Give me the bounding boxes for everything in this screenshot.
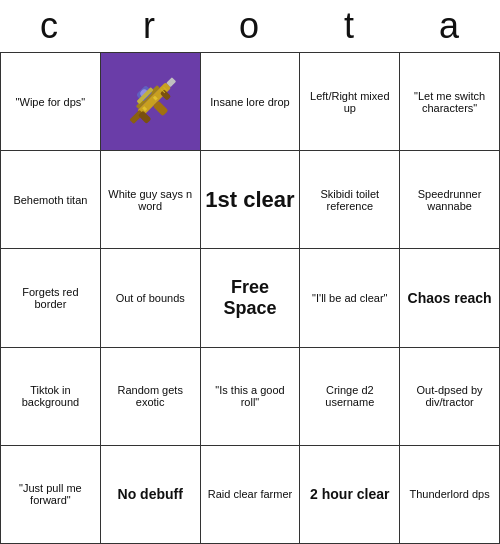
cell-10[interactable]: Forgets red border <box>1 249 101 347</box>
cell-15[interactable]: Tiktok in background <box>1 348 101 446</box>
header-c: c <box>0 5 100 47</box>
cell-8[interactable]: Skibidi toilet reference <box>300 151 400 249</box>
cell-7[interactable]: 1st clear <box>201 151 301 249</box>
weapon-icon <box>105 57 195 147</box>
header-r: r <box>100 5 200 47</box>
cell-3[interactable]: Left/Right mixed up <box>300 53 400 151</box>
cell-24[interactable]: Thunderlord dps <box>400 446 500 544</box>
bingo-card: c r o t a "Wipe for dps" <box>0 0 500 544</box>
bingo-grid: "Wipe for dps" <box>0 52 500 544</box>
header-row: c r o t a <box>0 0 500 52</box>
cell-9[interactable]: Speedrunner wannabe <box>400 151 500 249</box>
header-o: o <box>200 5 300 47</box>
cell-20[interactable]: "Just pull me forward" <box>1 446 101 544</box>
cell-19[interactable]: Out-dpsed by div/tractor <box>400 348 500 446</box>
cell-11[interactable]: Out of bounds <box>101 249 201 347</box>
cell-17[interactable]: "Is this a good roll" <box>201 348 301 446</box>
cell-0[interactable]: "Wipe for dps" <box>1 53 101 151</box>
cell-6[interactable]: White guy says n word <box>101 151 201 249</box>
cell-4[interactable]: "Let me switch characters" <box>400 53 500 151</box>
cell-16[interactable]: Random gets exotic <box>101 348 201 446</box>
cell-22[interactable]: Raid clear farmer <box>201 446 301 544</box>
header-a: a <box>400 5 500 47</box>
cell-14[interactable]: Chaos reach <box>400 249 500 347</box>
header-t: t <box>300 5 400 47</box>
cell-5[interactable]: Behemoth titan <box>1 151 101 249</box>
cell-12[interactable]: Free Space <box>201 249 301 347</box>
cell-21[interactable]: No debuff <box>101 446 201 544</box>
cell-13[interactable]: "I'll be ad clear" <box>300 249 400 347</box>
cell-18[interactable]: Cringe d2 username <box>300 348 400 446</box>
cell-1[interactable] <box>101 53 201 151</box>
cell-2[interactable]: Insane lore drop <box>201 53 301 151</box>
cell-23[interactable]: 2 hour clear <box>300 446 400 544</box>
